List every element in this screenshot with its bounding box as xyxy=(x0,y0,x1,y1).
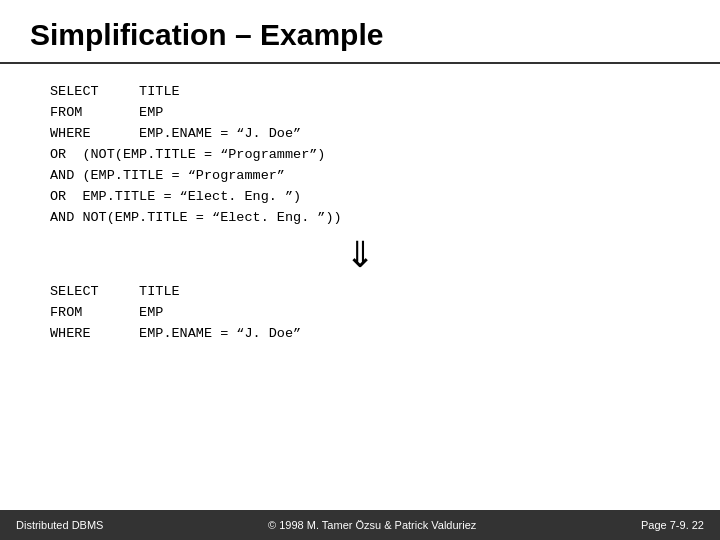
code-block-1: SELECT TITLE FROM EMP WHERE EMP.ENAME = … xyxy=(50,82,670,228)
down-arrow: ⇓ xyxy=(50,228,670,282)
title-area: Simplification – Example xyxy=(0,0,720,64)
footer-left: Distributed DBMS xyxy=(16,519,103,531)
footer: Distributed DBMS © 1998 M. Tamer Özsu & … xyxy=(0,510,720,540)
page-title: Simplification – Example xyxy=(30,18,383,51)
content-area: SELECT TITLE FROM EMP WHERE EMP.ENAME = … xyxy=(0,64,720,355)
footer-right: Page 7-9. 22 xyxy=(641,519,704,531)
footer-center: © 1998 M. Tamer Özsu & Patrick Valduriez xyxy=(268,519,476,531)
code-block-2: SELECT TITLE FROM EMP WHERE EMP.ENAME = … xyxy=(50,282,670,345)
page: Simplification – Example SELECT TITLE FR… xyxy=(0,0,720,540)
